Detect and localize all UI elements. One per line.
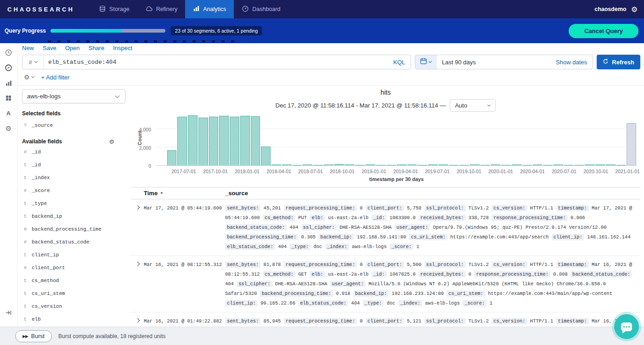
histogram-bar[interactable]: [261, 147, 271, 165]
filter-settings-gear-icon[interactable]: ⚙: [24, 74, 34, 81]
histogram-bar[interactable]: [564, 165, 574, 165]
histogram-bar[interactable]: [167, 150, 177, 165]
tab-refinery[interactable]: Refinery: [137, 0, 186, 18]
histogram-bar[interactable]: [606, 164, 616, 165]
histogram-bar[interactable]: [355, 165, 365, 165]
histogram-bar[interactable]: [345, 164, 354, 165]
query-prefix-dropdown[interactable]: #: [23, 55, 44, 69]
query-input[interactable]: [44, 59, 393, 66]
histogram-bar[interactable]: [533, 164, 542, 165]
refresh-button[interactable]: Refresh: [597, 55, 640, 69]
histogram-bar[interactable]: [480, 165, 490, 165]
histogram-bar[interactable]: [470, 164, 480, 165]
field-type-badge: t: [22, 175, 28, 181]
field-item[interactable]: #backend_status_code: [22, 236, 126, 249]
menu-share[interactable]: Share: [88, 45, 104, 51]
interval-select[interactable]: Auto: [450, 99, 496, 112]
menu-inspect[interactable]: Inspect: [113, 45, 132, 51]
histogram-bar[interactable]: [313, 165, 323, 165]
histogram-bar[interactable]: [595, 164, 605, 165]
histogram-bar[interactable]: [188, 115, 198, 165]
histogram-bar[interactable]: [386, 165, 396, 165]
field-item-source[interactable]: ? _source: [22, 119, 126, 131]
histogram-bar[interactable]: [209, 117, 219, 165]
histogram-bar[interactable]: [198, 118, 208, 165]
histogram-bar[interactable]: [324, 164, 333, 165]
field-settings-gear-icon[interactable]: ⚙: [109, 138, 114, 145]
histogram-bar[interactable]: [575, 165, 584, 165]
histogram-bar[interactable]: [428, 164, 438, 165]
tab-storage[interactable]: Storage: [91, 0, 137, 18]
settings-gear-icon[interactable]: ⚙: [631, 0, 638, 18]
histogram-bar[interactable]: [418, 165, 427, 165]
field-item[interactable]: t_index: [22, 171, 126, 184]
histogram-bar[interactable]: [230, 117, 239, 165]
field-item[interactable]: #backend_processing_time: [22, 223, 126, 236]
histogram-bar-partial[interactable]: [627, 123, 636, 165]
chat-widget-button[interactable]: [614, 314, 639, 339]
index-pattern-select[interactable]: aws-elb-logs: [22, 89, 125, 103]
histogram-bar[interactable]: [251, 116, 260, 165]
field-item[interactable]: #client_port: [22, 261, 126, 274]
field-item[interactable]: telb: [22, 313, 126, 326]
history-clock-icon[interactable]: [0, 45, 17, 60]
field-item[interactable]: #_id: [22, 146, 126, 158]
rail-settings-gear-icon[interactable]: ⚙: [0, 121, 17, 136]
histogram-bar[interactable]: [293, 165, 302, 165]
histogram-bar[interactable]: [543, 165, 553, 165]
menu-new[interactable]: New: [22, 45, 34, 51]
menu-save[interactable]: Save: [43, 45, 56, 51]
time-column-header[interactable]: Time ▼: [144, 190, 225, 197]
table-row[interactable]: Mar 17, 2021 @ 05:44:19.600sent_bytes: 4…: [131, 199, 640, 256]
time-range-value[interactable]: Last 90 days: [442, 59, 476, 66]
field-item[interactable]: tcs_uri_stem: [22, 287, 126, 300]
histogram-bar[interactable]: [439, 164, 448, 165]
field-item[interactable]: t_type: [22, 197, 126, 210]
expand-row-button[interactable]: [131, 260, 144, 308]
histogram-bar[interactable]: [282, 164, 292, 165]
histogram-bar[interactable]: [376, 165, 386, 165]
table-row[interactable]: Mar 16, 2021 @ 08:12:55.312sent_bytes: 8…: [131, 256, 640, 312]
tab-label: Storage: [109, 6, 130, 12]
burst-button[interactable]: ▶▶ Burst: [15, 330, 52, 342]
histogram-bar[interactable]: [459, 165, 469, 165]
show-dates-button[interactable]: Show dates: [556, 59, 587, 66]
histogram-bar[interactable]: [554, 164, 563, 165]
histogram-bar[interactable]: [501, 165, 511, 165]
field-item[interactable]: tclient_ip: [22, 249, 126, 261]
kql-language-button[interactable]: KQL: [393, 59, 405, 66]
histogram-bar[interactable]: [512, 164, 521, 165]
histogram-bar[interactable]: [585, 164, 594, 165]
histogram-bar[interactable]: [271, 164, 281, 165]
histogram-bar[interactable]: [303, 164, 312, 165]
histogram-bar[interactable]: [334, 164, 344, 165]
field-item[interactable]: tcs_version: [22, 300, 126, 313]
alerting-a-icon[interactable]: A: [0, 106, 17, 121]
histogram-bar[interactable]: [491, 164, 501, 165]
field-item[interactable]: #_score: [22, 184, 126, 197]
histogram-bar[interactable]: [240, 116, 250, 165]
add-filter-button[interactable]: + Add filter: [41, 74, 70, 81]
cancel-query-button[interactable]: Cancel Query: [569, 24, 638, 38]
menu-open[interactable]: Open: [65, 45, 80, 51]
histogram-bar[interactable]: [407, 164, 417, 165]
expand-row-button[interactable]: [131, 204, 144, 252]
tab-analytics[interactable]: Analytics: [185, 0, 234, 18]
calendar-dropdown-button[interactable]: [415, 55, 436, 69]
tab-dashboard[interactable]: Dashboard: [234, 0, 288, 18]
expand-rail-icon[interactable]: [0, 305, 17, 320]
field-item[interactable]: tcs_method: [22, 274, 126, 287]
visualize-chart-icon[interactable]: [0, 75, 17, 90]
histogram-bar[interactable]: [397, 164, 407, 165]
histogram-bar[interactable]: [616, 165, 626, 165]
histogram-bar[interactable]: [219, 116, 229, 165]
histogram-bar[interactable]: [366, 164, 375, 165]
user-menu[interactable]: chaosdemo: [594, 0, 626, 18]
discover-compass-icon[interactable]: [0, 60, 17, 75]
histogram-bar[interactable]: [522, 165, 532, 165]
dashboards-grid-icon[interactable]: [0, 90, 17, 106]
field-item[interactable]: t_id: [22, 158, 126, 171]
field-item[interactable]: tbackend_ip: [22, 210, 126, 223]
histogram-bar[interactable]: [177, 117, 187, 165]
histogram-bar[interactable]: [449, 165, 459, 165]
